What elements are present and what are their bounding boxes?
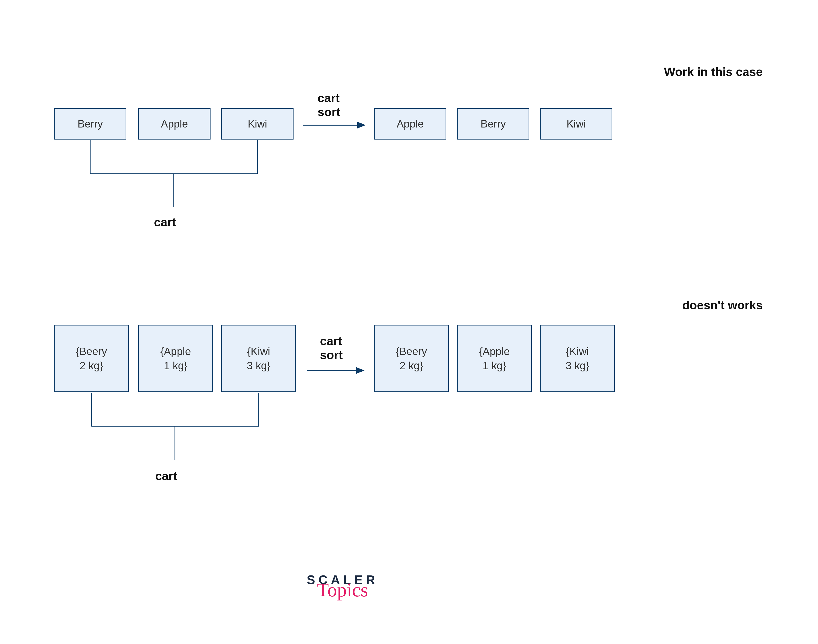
row1-right-box-1: Berry (457, 108, 529, 140)
svg-marker-7 (356, 367, 364, 374)
row1-right-label-2: Kiwi (566, 117, 586, 131)
caption-doesnt: doesn't works (682, 298, 763, 312)
cart-label-2: cart (155, 469, 177, 483)
arrow-label-1: cart sort (318, 91, 340, 119)
svg-marker-1 (357, 122, 366, 129)
row2-right-box-0: {Beery 2 kg} (374, 325, 449, 392)
row1-right-label-0: Apple (397, 117, 424, 131)
row2-right-1-l2: 1 kg} (483, 359, 506, 373)
brand-logo: SCALER Topics (307, 573, 378, 596)
row1-left-box-1: Apple (138, 108, 210, 140)
row2-left-2-l2: 3 kg} (247, 359, 270, 373)
arrow-label-1-line2: sort (318, 105, 340, 119)
row1-left-box-2: Kiwi (221, 108, 293, 140)
arrow-label-1-line1: cart (318, 91, 340, 105)
brand-logo-bottom: Topics (307, 584, 378, 596)
row2-left-1-l2: 1 kg} (164, 359, 187, 373)
row2-right-2-l1: {Kiwi (566, 344, 589, 359)
row1-right-box-0: Apple (374, 108, 446, 140)
bracket-2 (54, 393, 295, 462)
arrow-label-2-line1: cart (320, 334, 342, 348)
bracket-1 (54, 140, 295, 210)
row2-left-0-l2: 2 kg} (80, 359, 103, 373)
row1-right-box-2: Kiwi (540, 108, 612, 140)
arrow-label-2-line2: sort (320, 348, 342, 362)
arrow-label-2: cart sort (320, 334, 342, 362)
row2-right-box-1: {Apple 1 kg} (457, 325, 532, 392)
row2-left-box-0: {Beery 2 kg} (54, 325, 129, 392)
row2-right-1-l1: {Apple (479, 344, 510, 359)
arrow-1 (303, 120, 366, 130)
row1-left-label-0: Berry (77, 117, 103, 131)
row2-left-box-1: {Apple 1 kg} (138, 325, 213, 392)
row2-right-2-l2: 3 kg} (566, 359, 589, 373)
row1-left-label-1: Apple (161, 117, 188, 131)
row2-right-box-2: {Kiwi 3 kg} (540, 325, 615, 392)
cart-label-1: cart (154, 215, 176, 229)
row2-left-2-l1: {Kiwi (247, 344, 270, 359)
row2-right-0-l2: 2 kg} (400, 359, 423, 373)
row2-left-1-l1: {Apple (160, 344, 191, 359)
row2-right-0-l1: {Beery (396, 344, 427, 359)
caption-works: Work in this case (664, 65, 763, 79)
arrow-2 (307, 366, 364, 375)
row1-left-label-2: Kiwi (248, 117, 267, 131)
row2-left-box-2: {Kiwi 3 kg} (221, 325, 296, 392)
row1-left-box-0: Berry (54, 108, 126, 140)
row2-left-0-l1: {Beery (76, 344, 107, 359)
row1-right-label-1: Berry (480, 117, 506, 131)
